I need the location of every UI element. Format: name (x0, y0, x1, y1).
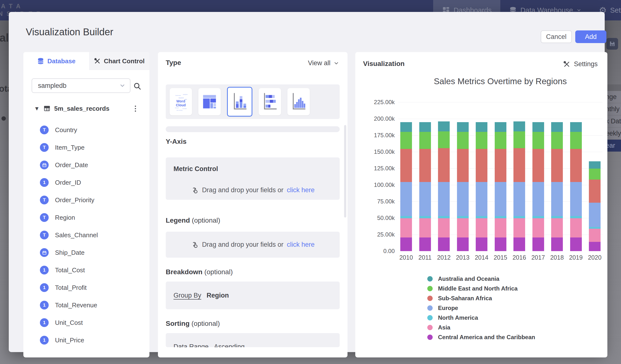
click-here-link[interactable]: click here (287, 241, 315, 248)
chart-builder-panel: Type View all business analytics keyword… (158, 52, 347, 357)
field-label: Total_Profit (55, 284, 87, 292)
y-axis-tick-label: 175.00k (364, 132, 395, 139)
database-select[interactable]: sampledb (32, 78, 130, 93)
nav-settings-label: Settings (610, 6, 621, 14)
group-by-link[interactable]: Group By (173, 292, 201, 299)
text-field-icon: T (40, 213, 49, 222)
field-item-order_id[interactable]: 1Order_ID (23, 174, 149, 191)
tab-chart-control[interactable]: Chart Control (89, 52, 149, 70)
stacked-bar-2018 (551, 122, 563, 251)
field-item-total_cost[interactable]: 1Total_Cost (23, 261, 149, 279)
screen: DATA INSIDER Dashboards Data Warehouse (0, 0, 621, 364)
field-label: Ship_Date (55, 249, 85, 257)
background-list-item-label: nthly (606, 105, 620, 113)
y-axis-title: Y-Axis (166, 138, 187, 145)
bar-segment (589, 161, 601, 169)
add-button[interactable]: Add (575, 30, 606, 43)
settings-button[interactable]: Settings (563, 60, 598, 68)
field-item-total_profit[interactable]: 1Total_Profit (23, 279, 149, 296)
tab-chart-control-label: Chart Control (104, 57, 145, 65)
bar-segment (495, 216, 506, 219)
table-menu-button[interactable] (131, 104, 140, 113)
cancel-button[interactable]: Cancel (541, 30, 572, 43)
field-item-unit_price[interactable]: 1Unit_Price (23, 331, 149, 349)
bar-segment (533, 238, 544, 251)
dropzone-text: Drag and drop your fields or (202, 241, 283, 248)
number-field-icon: 1 (40, 301, 49, 310)
legend-dot (427, 296, 433, 301)
stacked-bar-chart: 225.00k200.00k175.00k150.00k125.00k100.0… (398, 102, 603, 251)
chart-type-stacked-column[interactable] (227, 87, 252, 117)
breakdown-card[interactable]: Group By Region (166, 281, 340, 309)
svg-text:analytics: analytics (183, 94, 188, 95)
builder-scrollbar[interactable] (344, 125, 346, 218)
gridline (398, 119, 603, 119)
bar-segment (457, 149, 469, 182)
bar-segment (589, 229, 601, 242)
legend-item[interactable]: North America (427, 313, 535, 323)
view-all-button[interactable]: View all (308, 59, 339, 67)
background-list-item-label: k Date (606, 118, 621, 125)
legend-item[interactable]: Australia and Oceania (427, 274, 535, 284)
legend-dot (427, 325, 433, 330)
field-label: Unit_Price (55, 336, 84, 344)
svg-text:{cloud}: {cloud} (175, 107, 179, 109)
tab-database-label: Database (48, 57, 76, 65)
field-item-order_priority[interactable]: TOrder_Priority (23, 191, 149, 209)
bar-segment (495, 132, 506, 149)
bar-segment (476, 238, 487, 251)
field-item-item_type[interactable]: TItem_Type (23, 139, 149, 156)
legend-item[interactable]: Sub-Saharan Africa (427, 294, 535, 303)
field-item-sales_channel[interactable]: TSales_Channel (23, 226, 149, 244)
metric-control-title: Metric Control (173, 165, 218, 173)
field-item-region[interactable]: TRegion (23, 209, 149, 226)
panel-tabs: Database Chart Control (23, 52, 149, 70)
bar-segment (589, 242, 601, 251)
x-axis-tick-label: 2017 (529, 254, 548, 261)
chart-type-word-cloud[interactable]: business analytics keyword data Word Clo… (170, 88, 192, 115)
tools-icon (563, 61, 570, 68)
number-field-icon: 1 (40, 178, 49, 187)
search-button[interactable] (132, 81, 143, 91)
stacked-bar-2012 (438, 121, 450, 251)
bar-segment (419, 149, 431, 182)
date-field-icon (40, 248, 49, 257)
legend-item[interactable]: Middle East and North Africa (427, 284, 535, 294)
table-name: 5m_sales_records (54, 105, 109, 112)
field-item-unit_cost[interactable]: 1Unit_Cost (23, 314, 149, 331)
table-tree-row[interactable]: ▼ 5m_sales_records (23, 102, 149, 115)
field-item-total_revenue[interactable]: 1Total_Revenue (23, 296, 149, 314)
data-range-link[interactable]: Data Range (173, 343, 208, 347)
settings-label: Settings (574, 60, 598, 68)
chart-type-stacked-bar[interactable] (259, 88, 281, 115)
svg-text:Word: Word (176, 99, 185, 103)
stacked-bar-2014 (476, 122, 487, 251)
tab-database[interactable]: Database (23, 52, 89, 70)
chart-type-histogram[interactable] (287, 88, 310, 115)
stacked-bar-2013 (457, 122, 469, 251)
metric-control-dropzone[interactable]: Metric Control Drag and drop your fields… (166, 157, 340, 200)
click-here-link[interactable]: click here (287, 186, 315, 194)
legend-dropzone[interactable]: Drag and drop your fields or click here (166, 232, 340, 258)
x-axis-tick-label: 2020 (585, 254, 604, 261)
bar-segment (476, 122, 487, 132)
chart-type-treemap[interactable] (198, 88, 221, 115)
sorting-card[interactable]: Data Range Ascending (166, 333, 340, 347)
bar-segment (457, 122, 469, 132)
gallery-scrollbar[interactable] (166, 126, 340, 132)
field-item-order_date[interactable]: Order_Date (23, 156, 149, 174)
x-axis-tick-label: 2012 (434, 254, 454, 261)
y-axis-tick-label: 25.00k (364, 231, 395, 238)
text-field-icon: T (40, 143, 49, 152)
legend-item[interactable]: Central America and the Caribbean (427, 332, 535, 342)
legend-item[interactable]: Asia (427, 323, 535, 332)
visualization-builder-modal: Visualization Builder Cancel Add Databas… (9, 12, 605, 352)
bar-segment (495, 149, 506, 182)
bar-segment (533, 182, 544, 216)
legend-item[interactable]: Europe (427, 303, 535, 313)
x-axis-tick-label: 2019 (566, 254, 586, 261)
legend-label: Australia and Oceania (438, 276, 499, 282)
field-item-ship_date[interactable]: Ship_Date (23, 244, 149, 261)
caret-down-icon[interactable]: ▼ (34, 105, 40, 112)
field-item-country[interactable]: TCountry (23, 121, 149, 139)
